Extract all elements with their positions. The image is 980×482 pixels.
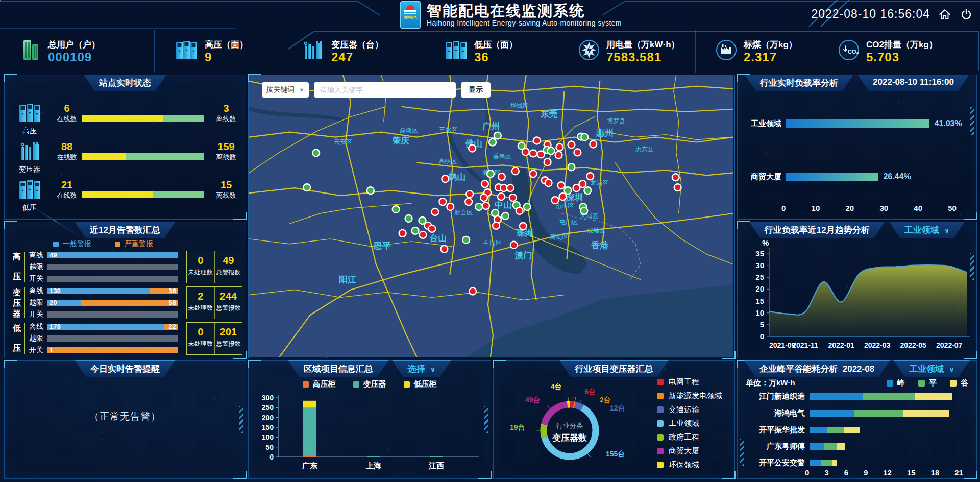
legend-item[interactable]: 政府工程: [657, 430, 722, 444]
legend-item[interactable]: 交通运输: [657, 403, 722, 417]
online-site-marker[interactable]: [568, 163, 575, 171]
legend-item[interactable]: 变压器: [353, 379, 386, 389]
offline-site-marker[interactable]: [522, 148, 529, 155]
offline-site-marker[interactable]: [447, 203, 454, 210]
legend-item[interactable]: 低压柜: [404, 379, 437, 389]
offline-site-marker[interactable]: [516, 207, 523, 214]
offline-site-marker[interactable]: [533, 137, 541, 144]
offline-site-marker[interactable]: [586, 173, 594, 180]
offline-site-marker[interactable]: [574, 149, 581, 156]
svg-text:300: 300: [262, 394, 274, 402]
offline-site-marker[interactable]: [510, 242, 518, 249]
region-map[interactable]: 肇庆鼎湖区三水区四会市德庆县云安区佛山广州增城区东莞博罗县惠州惠东县高明区顺德区…: [249, 75, 733, 357]
offline-site-marker[interactable]: [498, 173, 505, 180]
show-button[interactable]: 显示: [461, 82, 491, 98]
offline-site-marker[interactable]: [469, 287, 476, 295]
offline-site-marker[interactable]: [530, 170, 537, 177]
unhandled-label: 未处理数: [187, 268, 214, 277]
offline-site-marker[interactable]: [482, 202, 489, 209]
offline-site-marker[interactable]: [442, 175, 449, 182]
offline-site-marker[interactable]: [530, 150, 537, 157]
kpi-icon-wrap: [715, 39, 738, 63]
online-site-marker[interactable]: [405, 215, 412, 222]
search-input[interactable]: [314, 82, 456, 98]
legend-item[interactable]: 峰: [887, 378, 905, 388]
online-site-marker[interactable]: [393, 206, 400, 213]
energy-industry-dropdown[interactable]: 工业领域∨: [894, 360, 970, 377]
online-site-marker[interactable]: [580, 207, 587, 214]
offline-site-marker[interactable]: [399, 230, 406, 237]
alarm-row: 开关1: [29, 346, 178, 355]
region-select-dropdown[interactable]: 选择∨: [393, 360, 451, 377]
trend-industry-dropdown[interactable]: 工业领域∨: [889, 222, 965, 238]
offline-site-marker[interactable]: [555, 151, 562, 158]
online-site-marker[interactable]: [489, 139, 496, 146]
online-site-marker[interactable]: [367, 187, 374, 194]
online-site-marker[interactable]: [524, 203, 531, 210]
factory-icon: [715, 39, 738, 61]
online-site-marker[interactable]: [548, 147, 555, 154]
offline-site-marker[interactable]: [558, 182, 565, 189]
offline-site-marker[interactable]: [512, 167, 519, 175]
total-number: 49: [215, 255, 242, 266]
offline-site-marker[interactable]: [480, 194, 487, 201]
trend-area: [769, 265, 967, 336]
offline-site-marker[interactable]: [590, 141, 597, 148]
online-site-marker[interactable]: [502, 212, 509, 220]
total-label: 总警报数: [215, 340, 242, 348]
chevron-down-icon: ∨: [949, 366, 954, 373]
online-site-marker[interactable]: [475, 203, 482, 210]
offline-site-marker[interactable]: [481, 180, 488, 187]
online-site-marker[interactable]: [462, 236, 470, 244]
offline-site-marker[interactable]: [465, 198, 472, 205]
energy-segment-谷: [832, 460, 837, 466]
legend-item[interactable]: 谷: [950, 378, 968, 388]
offline-site-marker[interactable]: [559, 193, 567, 200]
power-icon[interactable]: [960, 8, 973, 21]
legend-item[interactable]: 环保领域: [657, 458, 722, 472]
offline-site-marker[interactable]: [672, 174, 679, 181]
legend-item[interactable]: 严重警报: [115, 239, 153, 249]
legend-label: 变压器: [363, 379, 386, 389]
online-site-marker[interactable]: [584, 187, 591, 194]
legend-item[interactable]: 一般警报: [53, 239, 91, 249]
home-icon[interactable]: [938, 8, 951, 21]
offline-site-marker[interactable]: [573, 184, 580, 191]
offline-site-marker[interactable]: [545, 179, 552, 186]
offline-site-marker[interactable]: [544, 158, 551, 165]
offline-site-marker[interactable]: [498, 193, 505, 200]
online-site-marker[interactable]: [312, 149, 320, 156]
energy-segment-平: [854, 410, 903, 417]
offline-site-marker[interactable]: [466, 190, 473, 198]
search-mode-select[interactable]: 按关键词 ▼: [262, 82, 309, 98]
offline-count: 15离线数: [213, 179, 239, 200]
offline-site-marker[interactable]: [520, 223, 527, 230]
offline-site-marker[interactable]: [509, 194, 517, 201]
offline-site-marker[interactable]: [440, 246, 448, 253]
online-site-marker[interactable]: [581, 134, 588, 141]
offline-segment: [163, 115, 204, 122]
online-site-marker[interactable]: [303, 184, 310, 191]
legend-item[interactable]: 工业领域: [657, 417, 722, 430]
offline-site-marker[interactable]: [428, 225, 435, 232]
offline-site-marker[interactable]: [431, 208, 438, 215]
offline-site-marker[interactable]: [556, 144, 564, 151]
online-site-marker[interactable]: [412, 227, 419, 234]
offline-site-marker[interactable]: [507, 184, 514, 191]
online-site-marker[interactable]: [494, 132, 501, 139]
legend-item[interactable]: 电网工程: [657, 375, 722, 389]
offline-site-marker[interactable]: [674, 184, 681, 191]
offline-site-marker[interactable]: [420, 231, 427, 238]
legend-item[interactable]: 商贸大厦: [657, 444, 722, 458]
legend-item[interactable]: 高压柜: [303, 379, 336, 389]
offline-site-marker[interactable]: [493, 222, 500, 229]
offline-site-marker[interactable]: [568, 141, 575, 149]
online-site-marker[interactable]: [564, 187, 571, 194]
online-site-marker[interactable]: [487, 170, 494, 177]
legend-item[interactable]: 平: [918, 378, 937, 388]
offline-site-marker[interactable]: [552, 197, 559, 204]
offline-site-marker[interactable]: [469, 145, 476, 152]
legend-item[interactable]: 新能源发电领域: [657, 389, 722, 403]
alarm-bar: [47, 335, 178, 342]
offline-site-marker[interactable]: [439, 198, 446, 205]
